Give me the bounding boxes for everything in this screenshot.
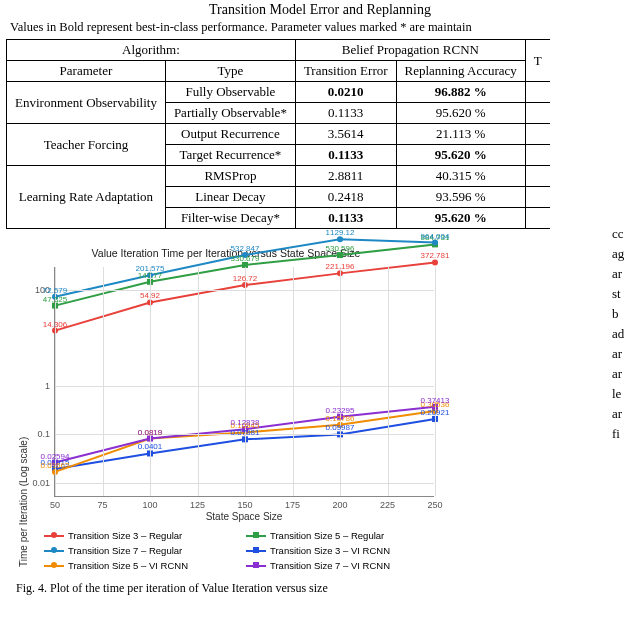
chart-data-label: 14.306	[43, 320, 67, 329]
type-cell: Target Recurrence*	[165, 145, 295, 166]
chart-xtick: 100	[142, 500, 157, 510]
chart-ytick: 1	[45, 381, 50, 391]
legend-item: Transition Size 7 – VI RCNN	[246, 560, 436, 571]
text-fragment: ar	[612, 404, 640, 424]
table-row: Learning Rate Adaptation RMSProp 2.8811 …	[7, 166, 550, 187]
text-fragment: cc	[612, 224, 640, 244]
chart-data-label: 1129.12	[326, 228, 355, 237]
chart-data-label: 0.15786	[326, 414, 355, 423]
ra-cell: 95.620 %	[396, 103, 525, 124]
ra-cell: 40.315 %	[396, 166, 525, 187]
chart-data-label: 0.23295	[326, 406, 355, 415]
ra-cell: 96.882 %	[396, 82, 525, 103]
chart-data-label: 47.325	[43, 295, 67, 304]
chart-ylabel: Time per Iteration (Log scale)	[18, 437, 29, 567]
legend-label: Transition Size 7 – Regular	[68, 545, 182, 556]
table-row: Teacher Forcing Output Recurrence 3.5614…	[7, 124, 550, 145]
algorithm-name: Belief Propagation RCNN	[295, 40, 525, 61]
chart-ytick: 0.01	[32, 478, 50, 488]
type-cell: Filter-wise Decay*	[165, 208, 295, 229]
col-replanning-accuracy: Replanning Accuracy	[396, 61, 525, 82]
chart-data-label: 0.12838	[231, 418, 260, 427]
chart-data-label: 330.679	[231, 254, 260, 263]
type-cell: Fully Observable	[165, 82, 295, 103]
param-cell: Teacher Forcing	[7, 124, 166, 166]
chart-data-label: 532.847	[231, 244, 260, 253]
legend-label: Transition Size 3 – VI RCNN	[270, 545, 390, 556]
chart-data-label: 0.01662	[41, 461, 70, 470]
type-cell: Partially Observable*	[165, 103, 295, 124]
chart: Value Iteration Time per Iteration versu…	[16, 247, 436, 571]
chart-data-label: 72.579	[43, 286, 67, 295]
text-fragment: ar	[612, 344, 640, 364]
chart-xtick: 200	[332, 500, 347, 510]
chart-data-label: 0.09987	[326, 423, 355, 432]
table-subtitle: Values in Bold represent best-in-class p…	[0, 18, 640, 35]
table-row: Parameter Type Transition Error Replanni…	[7, 61, 550, 82]
figure-caption: Fig. 4. Plot of the time per iteration o…	[0, 571, 640, 596]
chart-legend: Transition Size 3 – RegularTransition Si…	[44, 530, 464, 571]
ra-cell: 95.620 %	[396, 208, 525, 229]
chart-data-label: 372.781	[421, 251, 450, 260]
chart-xtick: 125	[190, 500, 205, 510]
chart-data-label: 126.72	[233, 274, 257, 283]
legend-label: Transition Size 5 – Regular	[270, 530, 384, 541]
ra-cell: 21.113 %	[396, 124, 525, 145]
chart-data-label: 0.37413	[421, 396, 450, 405]
text-fragment: st	[612, 284, 640, 304]
legend-item: Transition Size 5 – VI RCNN	[44, 560, 234, 571]
te-cell: 3.5614	[295, 124, 396, 145]
chart-xtick: 175	[285, 500, 300, 510]
legend-item: Transition Size 3 – Regular	[44, 530, 234, 541]
table-row: Algorithm: Belief Propagation RCNN T	[7, 40, 550, 61]
te-cell: 0.1133	[295, 103, 396, 124]
param-cell: Learning Rate Adaptation	[7, 166, 166, 229]
chart-ytick: 0.1	[37, 429, 50, 439]
chart-data-label: 221.196	[326, 262, 355, 271]
type-cell: Output Recurrence	[165, 124, 295, 145]
table-title: Transition Model Error and Replanning	[0, 0, 640, 18]
param-cell: Environment Observability	[7, 82, 166, 124]
chart-data-label: 964.004	[421, 232, 450, 241]
text-fragment: ag	[612, 244, 640, 264]
chart-plot-area: 0.010.11100507510012515017520022525014.3…	[54, 267, 434, 497]
results-table: Algorithm: Belief Propagation RCNN T Par…	[6, 39, 550, 229]
chart-data-label: 54.92	[140, 291, 160, 300]
text-fragment: b	[612, 304, 640, 324]
te-cell: 0.2418	[295, 187, 396, 208]
te-cell: 2.8811	[295, 166, 396, 187]
chart-data-label: 0.0401	[138, 442, 162, 451]
ra-cell: 95.620 %	[396, 145, 525, 166]
type-cell: RMSProp	[165, 166, 295, 187]
algorithm-label: Algorithm:	[7, 40, 296, 61]
chart-data-label: 0.02594	[41, 452, 70, 461]
col-transition-error: Transition Error	[295, 61, 396, 82]
type-cell: Linear Decay	[165, 187, 295, 208]
chart-xtick: 50	[50, 500, 60, 510]
te-cell: 0.1133	[295, 145, 396, 166]
adjacent-column-fragment: ccagarstbadararlearfi	[612, 224, 640, 444]
col-t-stub: T	[525, 40, 549, 82]
text-fragment: ad	[612, 324, 640, 344]
chart-xtick: 250	[427, 500, 442, 510]
chart-xtick: 75	[97, 500, 107, 510]
text-fragment: le	[612, 384, 640, 404]
text-fragment: fi	[612, 424, 640, 444]
chart-xtick: 225	[380, 500, 395, 510]
legend-label: Transition Size 3 – Regular	[68, 530, 182, 541]
chart-title: Value Iteration Time per Iteration versu…	[16, 247, 436, 259]
chart-data-label: 0.0819	[138, 428, 162, 437]
text-fragment: ar	[612, 364, 640, 384]
te-cell: 0.0210	[295, 82, 396, 103]
legend-item: Transition Size 3 – VI RCNN	[246, 545, 436, 556]
legend-item: Transition Size 5 – Regular	[246, 530, 436, 541]
chart-data-label: 530.596	[326, 244, 355, 253]
table-row: Environment Observability Fully Observab…	[7, 82, 550, 103]
chart-data-label: 0.20921	[421, 408, 450, 417]
legend-item: Transition Size 7 – Regular	[44, 545, 234, 556]
legend-label: Transition Size 5 – VI RCNN	[68, 560, 188, 571]
te-cell: 0.1133	[295, 208, 396, 229]
col-type: Type	[165, 61, 295, 82]
ra-cell: 93.596 %	[396, 187, 525, 208]
chart-data-label: 201.575	[136, 264, 165, 273]
